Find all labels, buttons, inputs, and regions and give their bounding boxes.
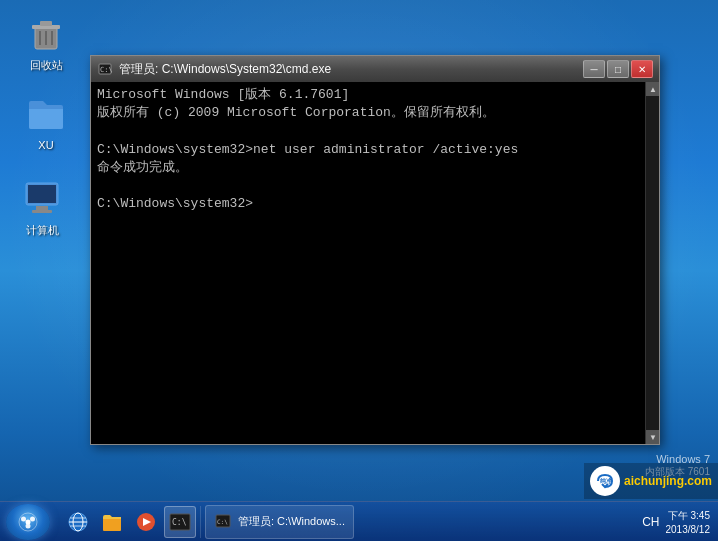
watermark-logo: 纯净 xyxy=(590,466,620,496)
cmd-titlebar: C:\ 管理员: C:\Windows\System32\cmd.exe ─ □… xyxy=(91,56,659,82)
svg-text:C:\: C:\ xyxy=(100,66,112,74)
svg-point-15 xyxy=(30,516,35,521)
svg-rect-7 xyxy=(28,185,56,203)
cmd-titlebar-buttons: ─ □ ✕ xyxy=(583,60,653,78)
maximize-button[interactable]: □ xyxy=(607,60,629,78)
cmd-content: Microsoft Windows [版本 6.1.7601] 版权所有 (c)… xyxy=(97,86,653,213)
svg-text:纯净: 纯净 xyxy=(599,477,613,484)
start-orb[interactable] xyxy=(6,504,50,540)
taskbar-item-cmd-icon: C:\ xyxy=(214,513,232,531)
cmd-scrollbar[interactable]: ▲ ▼ xyxy=(645,82,659,444)
scrollbar-down-button[interactable]: ▼ xyxy=(646,430,659,444)
svg-rect-23 xyxy=(103,517,121,531)
cmd-line-6: C:\Windows\system32> xyxy=(97,195,653,213)
cmd-titlebar-icon: C:\ xyxy=(97,61,113,77)
taskbar-item-cmd[interactable]: C:\ 管理员: C:\Windows... xyxy=(205,505,354,539)
desktop: 回收站 XU 计算机 C:\ xyxy=(0,0,718,541)
desktop-icon-computer[interactable]: 计算机 xyxy=(10,175,74,241)
scrollbar-track[interactable] xyxy=(646,96,659,430)
cmd-window: C:\ 管理员: C:\Windows\System32\cmd.exe ─ □… xyxy=(90,55,660,445)
close-button[interactable]: ✕ xyxy=(631,60,653,78)
computer-icon-img xyxy=(22,179,62,219)
tray-lang: CH xyxy=(642,515,659,529)
xu-label: XU xyxy=(38,138,53,152)
taskbar-item-cmd-label: 管理员: C:\Windows... xyxy=(238,514,345,529)
system-tray: CH 下午 3:45 2013/8/12 xyxy=(634,509,718,535)
svg-text:C:\: C:\ xyxy=(172,518,187,527)
quick-launch-area: C:\ xyxy=(58,506,201,538)
cmd-line-5 xyxy=(97,177,653,195)
quick-launch-cmd[interactable]: C:\ xyxy=(164,506,196,538)
svg-rect-9 xyxy=(32,210,52,213)
quick-launch-files[interactable] xyxy=(96,506,128,538)
cmd-line-4: 命令成功完成。 xyxy=(97,159,653,177)
watermark-text: aichunjing.com xyxy=(624,474,712,488)
quick-launch-media[interactable] xyxy=(130,506,162,538)
tray-clock-area: 下午 3:45 2013/8/12 xyxy=(666,509,711,535)
watermark: 纯净 aichunjing.com xyxy=(584,463,718,499)
cmd-line-1: 版权所有 (c) 2009 Microsoft Corporation。保留所有… xyxy=(97,104,653,122)
taskbar-items: C:\ 管理员: C:\Windows... xyxy=(205,505,630,539)
svg-rect-2 xyxy=(40,21,52,26)
svg-text:C:\: C:\ xyxy=(217,518,228,525)
svg-rect-8 xyxy=(36,206,48,210)
cmd-title-text: 管理员: C:\Windows\System32\cmd.exe xyxy=(119,61,583,78)
xu-folder-icon xyxy=(26,94,66,134)
tray-time: 下午 3:45 xyxy=(668,509,710,523)
svg-point-14 xyxy=(21,516,26,521)
quick-launch-ie[interactable] xyxy=(62,506,94,538)
tray-date: 2013/8/12 xyxy=(666,524,711,535)
desktop-icon-recycle-bin[interactable]: 回收站 xyxy=(14,10,78,76)
cmd-line-0: Microsoft Windows [版本 6.1.7601] xyxy=(97,86,653,104)
desktop-icon-xu[interactable]: XU xyxy=(14,90,78,156)
minimize-button[interactable]: ─ xyxy=(583,60,605,78)
cmd-line-3: C:\Windows\system32>net user administrat… xyxy=(97,141,653,159)
taskbar: C:\ C:\ 管理员: C:\Windows... CH 下午 3:45 xyxy=(0,501,718,541)
recycle-bin-label: 回收站 xyxy=(30,58,63,72)
cmd-body[interactable]: Microsoft Windows [版本 6.1.7601] 版权所有 (c)… xyxy=(91,82,659,444)
start-button[interactable] xyxy=(2,503,54,541)
scrollbar-up-button[interactable]: ▲ xyxy=(646,82,659,96)
cmd-line-2 xyxy=(97,122,653,140)
svg-point-17 xyxy=(26,519,31,524)
computer-label: 计算机 xyxy=(26,223,59,237)
recycle-bin-icon xyxy=(26,14,66,54)
